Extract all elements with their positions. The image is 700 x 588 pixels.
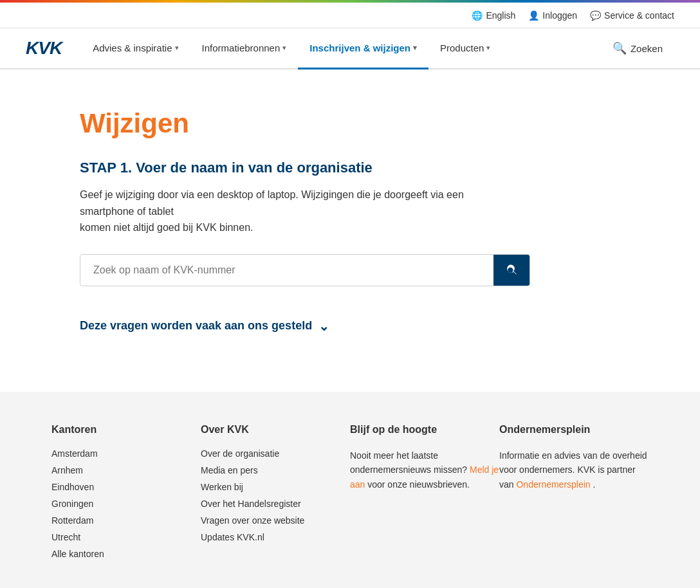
footer-ondernemersplein-text: Informatie en advies van de overheid voo… xyxy=(499,448,649,492)
kvk-logo[interactable]: KVK xyxy=(26,38,62,59)
language-selector[interactable]: 🌐 English xyxy=(472,10,515,21)
login-link[interactable]: 👤 Inloggen xyxy=(528,10,577,21)
footer-link-updates[interactable]: Updates KVK.nl xyxy=(201,532,350,542)
search-icon xyxy=(505,264,518,277)
chevron-down-icon: ▾ xyxy=(486,44,490,52)
footer-columns: Kantoren Amsterdam Arnhem Eindhoven Gron… xyxy=(51,424,649,588)
footer: Kantoren Amsterdam Arnhem Eindhoven Gron… xyxy=(0,392,700,588)
nav-item-producten[interactable]: Producten ▾ xyxy=(428,28,502,69)
footer-link-werken-bij[interactable]: Werken bij xyxy=(201,482,350,492)
chevron-down-icon: ▾ xyxy=(175,44,179,52)
chevron-down-icon: ▾ xyxy=(413,44,417,52)
ondernemersplein-link[interactable]: Ondernemersplein xyxy=(516,479,590,490)
top-bar: 🌐 English 👤 Inloggen 💬 Service & contact xyxy=(0,3,700,28)
chevron-down-icon: ⌄ xyxy=(318,318,329,334)
footer-link-groningen[interactable]: Groningen xyxy=(51,499,201,509)
nav-item-advies[interactable]: Advies & inspiratie ▾ xyxy=(81,28,190,69)
footer-link-amsterdam[interactable]: Amsterdam xyxy=(51,448,201,459)
main-nav: KVK Advies & inspiratie ▾ Informatiebron… xyxy=(0,28,700,69)
service-contact-link[interactable]: 💬 Service & contact xyxy=(590,10,674,21)
nav-items: Advies & inspiratie ▾ Informatiebronnen … xyxy=(81,28,674,69)
faq-toggle[interactable]: Deze vragen worden vaak aan ons gesteld … xyxy=(80,312,620,340)
page-title: Wijzigen xyxy=(80,108,620,139)
footer-over-kvk-title: Over KVK xyxy=(201,424,350,436)
footer-col-blijf: Blijf op de hoogte Nooit meer het laatst… xyxy=(350,424,499,565)
step-description: Geef je wijziging door via een desktop o… xyxy=(80,187,492,236)
chevron-down-icon: ▾ xyxy=(282,44,286,52)
footer-link-over-organisatie[interactable]: Over de organisatie xyxy=(201,448,350,459)
footer-link-utrecht[interactable]: Utrecht xyxy=(51,532,201,542)
search-bar-wrapper xyxy=(80,254,530,286)
search-input[interactable] xyxy=(80,255,493,285)
footer-link-eindhoven[interactable]: Eindhoven xyxy=(51,482,201,492)
footer-link-handelsregister[interactable]: Over het Handelsregister xyxy=(201,499,350,509)
footer-link-vragen-website[interactable]: Vragen over onze website xyxy=(201,515,350,526)
nav-item-informatie[interactable]: Informatiebronnen ▾ xyxy=(190,28,299,69)
nav-search[interactable]: 🔍 Zoeken xyxy=(601,28,674,69)
footer-link-media-pers[interactable]: Media en pers xyxy=(201,465,350,475)
footer-col-over-kvk: Over KVK Over de organisatie Media en pe… xyxy=(201,424,350,565)
footer-link-arnhem[interactable]: Arnhem xyxy=(51,465,201,475)
main-content: Wijzigen STAP 1. Voer de naam in van de … xyxy=(54,69,646,392)
nav-item-inschrijven[interactable]: Inschrijven & wijzigen ▾ xyxy=(298,28,428,69)
search-button[interactable] xyxy=(493,255,530,286)
footer-kantoren-title: Kantoren xyxy=(51,424,201,436)
step-heading: STAP 1. Voer de naam in van de organisat… xyxy=(80,160,620,176)
footer-blijf-title: Blijf op de hoogte xyxy=(350,424,499,436)
footer-link-rotterdam[interactable]: Rotterdam xyxy=(51,515,201,526)
footer-col-ondernemersplein: Ondernemersplein Informatie en advies va… xyxy=(499,424,649,565)
footer-blijf-text: Nooit meer het laatste ondernemersnieuws… xyxy=(350,448,499,492)
footer-ondernemersplein-title: Ondernemersplein xyxy=(499,424,649,436)
user-icon: 👤 xyxy=(528,10,539,21)
chat-icon: 💬 xyxy=(590,10,600,21)
globe-icon: 🌐 xyxy=(472,10,482,21)
search-icon: 🔍 xyxy=(612,41,627,55)
footer-col-kantoren: Kantoren Amsterdam Arnhem Eindhoven Gron… xyxy=(51,424,201,565)
footer-link-alle-kantoren[interactable]: Alle kantoren xyxy=(51,549,201,559)
